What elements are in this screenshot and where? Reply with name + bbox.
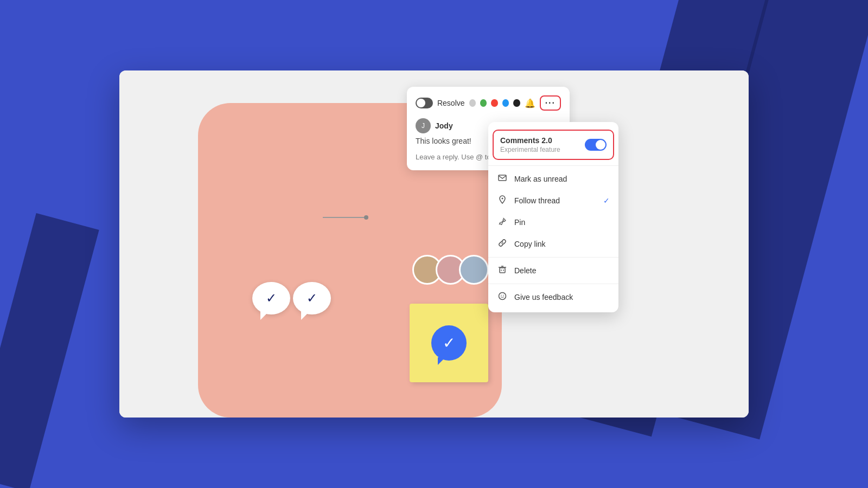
svg-rect-3 [500,268,505,273]
menu-label-follow-thread: Follow thread [514,196,560,205]
follow-thread-icon [497,195,508,206]
line-indicator [323,217,366,218]
feedback-icon [497,292,508,303]
copy-link-icon [497,239,508,249]
menu-label-mark-unread: Mark as unread [514,175,567,183]
feature-box: Comments 2.0 Experimental feature [493,130,614,160]
feature-subtitle: Experimental feature [500,146,560,153]
sticky-check-icon: ✓ [443,334,455,352]
resolve-label: Resolve [437,99,465,107]
resolve-toggle[interactable] [416,98,433,108]
dot-red[interactable] [491,99,497,107]
more-button[interactable]: ··· [540,95,561,111]
menu-item-pin[interactable]: Pin [488,211,618,233]
dot-grey[interactable] [469,99,476,107]
menu-label-pin: Pin [514,218,525,227]
check-icon-1: ✓ [266,291,277,306]
avatar-cluster [412,255,489,285]
feature-toggle[interactable] [585,139,607,151]
main-window: ✓ ✓ ✓ Resolve [119,70,749,418]
svg-rect-0 [499,175,506,181]
svg-point-10 [503,295,504,296]
menu-label-delete: Delete [514,266,536,275]
menu-divider-1 [488,165,618,166]
menu-item-feedback[interactable]: Give us feedback [488,286,618,308]
svg-point-8 [499,293,506,300]
feature-title: Comments 2.0 [500,136,560,145]
svg-point-1 [502,198,503,200]
menu-item-copy-link[interactable]: Copy link [488,233,618,255]
dropdown-menu: Comments 2.0 Experimental feature Mark a… [488,122,618,312]
follow-checkmark: ✓ [603,196,610,205]
feature-info: Comments 2.0 Experimental feature [500,136,560,153]
avatar-3 [459,255,489,285]
author-name: Jody [435,121,453,130]
menu-divider-3 [488,284,618,284]
sticky-note: ✓ [410,304,488,382]
dot-blue[interactable] [502,99,509,107]
bell-button[interactable]: 🔔 [525,98,535,108]
author-avatar: J [416,118,431,133]
pin-icon [497,217,508,228]
menu-label-copy-link: Copy link [514,240,546,248]
menu-label-feedback: Give us feedback [514,293,573,301]
chat-bubble-2: ✓ [293,282,331,314]
mark-unread-icon [497,174,508,184]
menu-item-delete[interactable]: Delete [488,260,618,281]
menu-divider-2 [488,257,618,258]
menu-item-follow-thread[interactable]: Follow thread ✓ [488,190,618,211]
delete-icon [497,265,508,276]
svg-point-9 [501,295,502,296]
dot-black[interactable] [513,99,520,107]
check-icon-2: ✓ [307,291,317,306]
comment-toolbar: Resolve 🔔 ··· [416,95,561,111]
svg-line-2 [499,223,500,224]
canvas-area: ✓ ✓ ✓ Resolve [119,70,749,418]
sticky-bubble: ✓ [431,325,467,361]
dot-green[interactable] [480,99,487,107]
chat-bubble-1: ✓ [252,282,290,314]
menu-item-mark-unread[interactable]: Mark as unread [488,168,618,190]
